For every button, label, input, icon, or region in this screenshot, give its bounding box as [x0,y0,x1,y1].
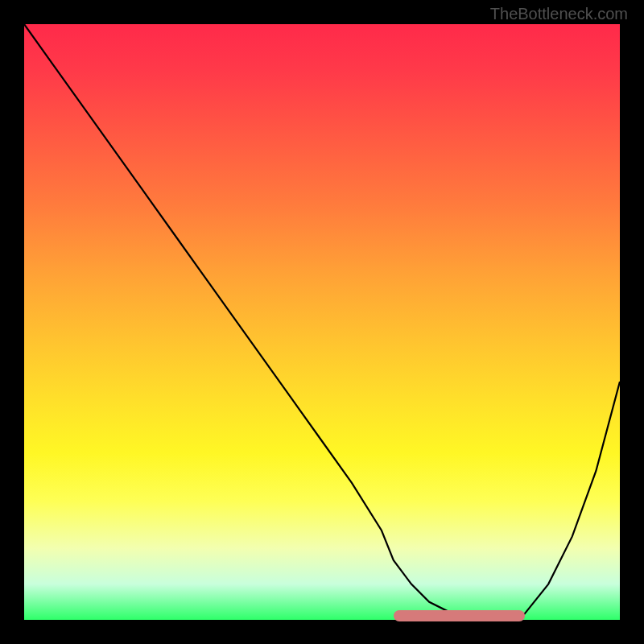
chart-curve [24,24,620,620]
watermark-text: TheBottleneck.com [490,5,628,23]
minimum-highlight-segment [394,610,525,621]
chart-plot-area [24,24,620,620]
